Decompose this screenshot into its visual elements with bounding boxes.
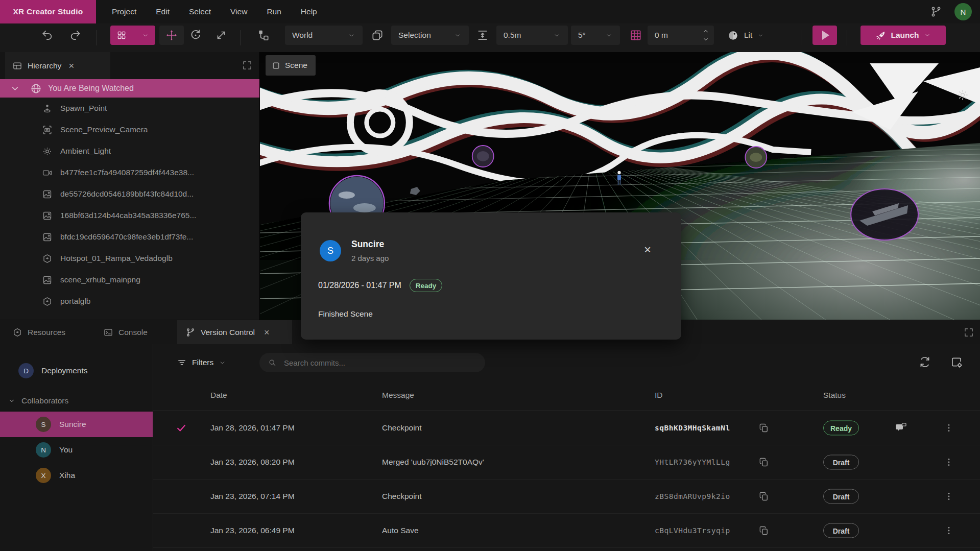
hierarchy-item[interactable]: de55726dcd0546189bbf43fc84d10d... xyxy=(0,183,259,205)
hierarchy-panel-icon xyxy=(12,61,22,71)
scale-tool-button[interactable] xyxy=(214,29,228,42)
hierarchy-item[interactable]: Scene_Preview_Camera xyxy=(0,119,259,140)
resources-icon xyxy=(12,327,22,338)
menu-select[interactable]: Select xyxy=(179,0,221,23)
commit-row[interactable]: Jan 23, 2026, 06:49 PM Auto Save cBqLVHd… xyxy=(153,514,980,548)
commit-row[interactable]: Jan 28, 2026, 01:47 PM Checkpoint sqBhKD… xyxy=(153,411,980,445)
collaborator-suncire[interactable]: S Suncire xyxy=(0,412,153,437)
column-header-date: Date xyxy=(210,391,227,400)
globe-icon xyxy=(30,83,42,94)
refresh-commits-icon[interactable] xyxy=(918,355,931,369)
comment-icon[interactable] xyxy=(895,422,907,434)
hierarchy-item[interactable]: portalglb xyxy=(0,291,259,312)
row-menu-kebab-icon[interactable] xyxy=(944,423,954,433)
commit-row[interactable]: Jan 23, 2026, 07:14 PM Checkpoint zBS8dm… xyxy=(153,480,980,514)
elevation-value: 0 m xyxy=(655,31,668,40)
hierarchy-item[interactable]: 168bf63d124b44cab345a38336e765... xyxy=(0,205,259,226)
shading-select[interactable]: Lit xyxy=(727,26,764,45)
version-branch-icon[interactable] xyxy=(930,6,942,18)
commit-status-badge: Ready xyxy=(410,279,443,292)
menubar-right: N xyxy=(930,0,980,23)
camera-icon xyxy=(42,125,53,135)
play-button[interactable] xyxy=(812,26,837,45)
menu-edit[interactable]: Edit xyxy=(146,0,179,23)
menu-view[interactable]: View xyxy=(221,0,257,23)
close-version-control-tab-icon[interactable]: × xyxy=(264,327,270,338)
undo-button[interactable] xyxy=(41,29,54,42)
lit-shading-icon xyxy=(727,30,739,41)
scene-tab-icon xyxy=(272,61,280,70)
tab-resources[interactable]: Resources xyxy=(12,320,65,345)
hierarchy-item[interactable]: b477fee1c7fa494087259df4f443e38... xyxy=(0,162,259,183)
chevron-down-icon xyxy=(757,32,764,39)
filters-button[interactable]: Filters xyxy=(177,352,226,373)
stepper-down-button[interactable] xyxy=(702,35,710,43)
height-snap-icon[interactable] xyxy=(476,29,489,42)
tab-version-control[interactable]: Version Control × xyxy=(177,320,292,345)
sidebar-item-deployments[interactable]: D Deployments xyxy=(0,357,153,384)
selection-mode-value: Selection xyxy=(398,31,431,40)
copy-id-icon[interactable] xyxy=(759,457,769,467)
collaborator-xiha[interactable]: X Xiha xyxy=(0,463,153,488)
layout-grid-button[interactable] xyxy=(110,26,155,45)
redo-button[interactable] xyxy=(68,29,82,42)
version-control-tab-label: Version Control xyxy=(201,328,255,337)
user-avatar[interactable]: N xyxy=(954,3,972,20)
collaborator-name: Suncire xyxy=(59,420,86,429)
viewport-settings-gear-icon[interactable] xyxy=(957,89,969,101)
cube-icon xyxy=(42,296,53,307)
snap-grid-toggle[interactable] xyxy=(629,29,642,42)
commit-row[interactable]: Jan 23, 2026, 08:20 PM Merged 'uub7j0NiB… xyxy=(153,445,980,480)
row-menu-kebab-icon[interactable] xyxy=(944,491,954,501)
menu-help[interactable]: Help xyxy=(291,0,327,23)
console-icon xyxy=(103,327,113,338)
search-commits-input[interactable] xyxy=(284,358,478,367)
hierarchy-tab-label: Hierarchy xyxy=(28,61,61,70)
hierarchy-item-label: Spawn_Point xyxy=(60,104,107,113)
hierarchy-item[interactable]: Ambient_Light xyxy=(0,140,259,162)
expand-bottom-panel-icon[interactable] xyxy=(964,327,974,338)
space-select-value: World xyxy=(292,31,313,40)
tab-hierarchy[interactable]: Hierarchy × xyxy=(5,52,110,79)
xr-creator-studio-window: XR Creator Studio ProjectEditSelectViewR… xyxy=(0,0,980,551)
space-select[interactable]: World xyxy=(285,26,363,45)
hierarchy-item[interactable]: scene_xrhub_mainpng xyxy=(0,269,259,291)
copy-id-icon[interactable] xyxy=(759,525,769,536)
row-menu-kebab-icon[interactable] xyxy=(944,525,954,536)
rotate-tool-button[interactable] xyxy=(189,29,202,42)
move-snap-select[interactable]: 0.5m xyxy=(496,26,568,45)
commit-message-cell: Auto Save xyxy=(382,526,419,535)
hierarchy-root-item[interactable]: You Are Being Watched xyxy=(0,79,259,98)
copy-id-icon[interactable] xyxy=(759,491,769,501)
hierarchy-item[interactable]: Spawn_Point xyxy=(0,98,259,119)
selection-mode-select[interactable]: Selection xyxy=(391,26,469,45)
reparent-icon[interactable] xyxy=(257,29,270,42)
collaborator-you[interactable]: N You xyxy=(0,437,153,463)
rotate-snap-select[interactable]: 5° xyxy=(571,26,620,45)
menu-project[interactable]: Project xyxy=(102,0,146,23)
stepper-up-button[interactable] xyxy=(702,27,710,35)
commit-date: Jan 28, 2026, 01:47 PM xyxy=(210,423,295,433)
bounds-mode-icon[interactable] xyxy=(371,29,384,42)
launch-label: Launch xyxy=(891,31,919,40)
row-menu-kebab-icon[interactable] xyxy=(944,457,954,467)
expand-hierarchy-icon[interactable] xyxy=(242,60,252,70)
close-hierarchy-tab-icon[interactable]: × xyxy=(68,60,74,71)
tab-scene[interactable]: Scene xyxy=(266,55,316,76)
search-commits-box xyxy=(259,353,485,372)
toolbar: World Selection 0.5m 5° 0 m Lit xyxy=(0,23,980,52)
copy-id-icon[interactable] xyxy=(759,423,769,433)
tab-console[interactable]: Console xyxy=(103,320,148,345)
hierarchy-item[interactable]: Hotspot_01_Rampa_Vedadoglb xyxy=(0,248,259,269)
image-icon xyxy=(42,189,53,200)
elevation-stepper[interactable]: 0 m xyxy=(648,26,714,45)
hierarchy-item[interactable]: bfdc19cd6596470c98fee3eb1df73fe... xyxy=(0,226,259,248)
move-snap-value: 0.5m xyxy=(504,31,521,40)
commit-id: cBqLVHdu3Trsyqip xyxy=(655,526,730,535)
collaborators-header[interactable]: Collaborators xyxy=(0,391,153,411)
table-settings-icon[interactable] xyxy=(950,355,963,369)
move-tool-button[interactable] xyxy=(159,26,184,45)
launch-button[interactable]: Launch xyxy=(861,26,946,45)
close-popup-icon[interactable]: × xyxy=(640,242,655,257)
menu-run[interactable]: Run xyxy=(257,0,291,23)
